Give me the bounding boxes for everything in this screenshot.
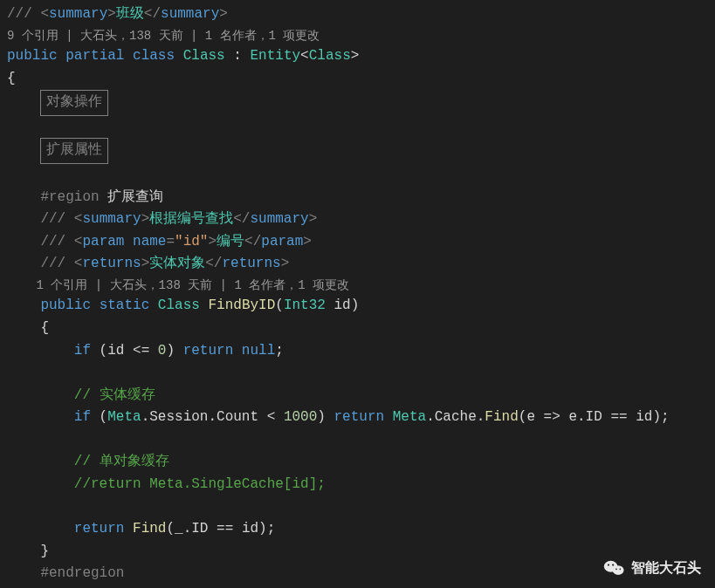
svg-point-3 [612, 564, 614, 566]
comment-disabled-return: //return Meta.SingleCache[id]; [7, 474, 708, 496]
wechat-icon [603, 558, 624, 578]
collapsed-region-1[interactable]: 对象操作 [7, 90, 708, 116]
svg-point-5 [619, 569, 621, 571]
doc-comment-2: /// <summary>根据编号查找</summary> [7, 209, 708, 231]
codelens-method[interactable]: 1 个引用 | 大石头，138 天前 | 1 名作者，1 项更改 [7, 276, 708, 295]
region-start[interactable]: #region 扩展查询 [7, 187, 708, 209]
watermark-text: 智能大石头 [631, 557, 701, 579]
watermark: 智能大石头 [603, 557, 701, 579]
return-find[interactable]: return Find(_.ID == id); [7, 518, 708, 541]
svg-point-2 [608, 564, 609, 566]
comment-entity-cache: // 实体缓存 [7, 385, 708, 407]
doc-comment-3: /// <param name="id">编号</param> [7, 231, 708, 254]
brace-open: { [7, 68, 708, 91]
class-declaration[interactable]: public partial class Class : Entity<Clas… [7, 45, 708, 68]
svg-point-1 [613, 565, 624, 575]
if-guard[interactable]: if (id <= 0) return null; [7, 340, 708, 363]
method-declaration[interactable]: public static Class FindByID(Int32 id) [7, 295, 708, 318]
method-brace-open: { [7, 318, 708, 340]
doc-comment-summary: /// <summary>班级</summary> [7, 3, 708, 26]
svg-point-4 [615, 569, 617, 571]
if-cache[interactable]: if (Meta.Session.Count < 1000) return Me… [7, 407, 708, 429]
collapsed-region-2[interactable]: 扩展属性 [7, 138, 708, 164]
doc-comment-4: /// <returns>实体对象</returns> [7, 253, 708, 276]
codelens-class[interactable]: 9 个引用 | 大石头，138 天前 | 1 名作者，1 项更改 [7, 26, 708, 45]
comment-single-cache: // 单对象缓存 [7, 451, 708, 474]
